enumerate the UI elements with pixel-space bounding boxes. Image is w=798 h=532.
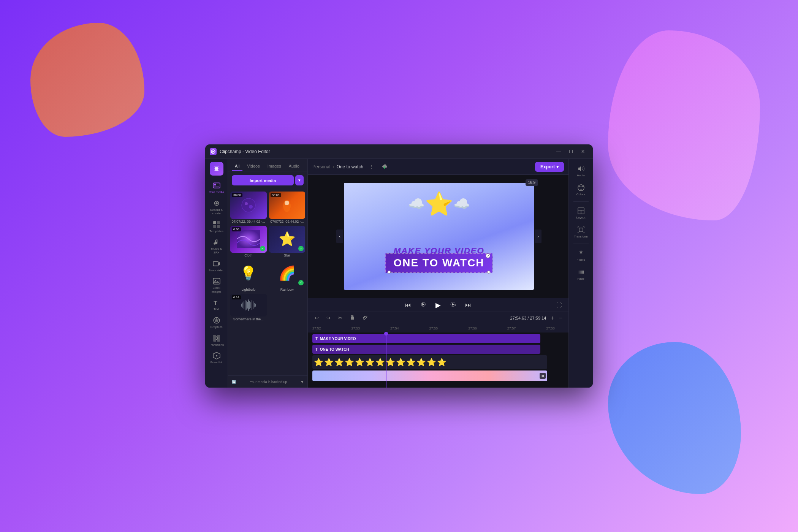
redo-timeline-button[interactable]: ↪ <box>324 314 333 321</box>
preview-video[interactable]: ☁️ ⭐ ☁️ MAKE YOUR VIDEO ONE TO WATCH <box>344 183 534 290</box>
ruler-mark-2: 27:53 <box>352 326 360 330</box>
track-make-your-video[interactable]: T MAKE YOUR VIDEO <box>312 334 540 343</box>
right-tool-transform[interactable]: Transform <box>571 223 591 241</box>
media-item-video1-label: 07/07/22, 09:44:02 -... <box>230 220 267 223</box>
aspect-ratio-badge[interactable]: 16:9 <box>526 179 538 186</box>
star-track[interactable]: ⭐ ⭐ ⭐ ⭐ ⭐ ⭐ ⭐ ⭐ ⭐ ⭐ ⭐ ⭐ ⭐ <box>312 355 547 369</box>
sidebar-item-text[interactable]: T Text <box>207 296 226 314</box>
media-thumb-lightbulb: 💡 <box>230 260 267 287</box>
media-item-cloth-check: ✓ <box>260 246 265 251</box>
cloud-sync-button[interactable] <box>379 162 390 171</box>
svg-text:5: 5 <box>454 304 456 306</box>
sidebar-item-your-media[interactable]: Your media <box>207 179 226 196</box>
fast-forward-button[interactable]: 5 <box>448 301 458 310</box>
rewind-button[interactable] <box>419 301 428 310</box>
import-media-button[interactable]: Import media <box>232 175 294 185</box>
sidebar-item-record[interactable]: Record & create <box>207 197 226 218</box>
zoom-in-button[interactable]: + <box>549 315 556 321</box>
svg-point-23 <box>245 202 248 205</box>
preview-nav-right[interactable]: › <box>535 230 542 243</box>
tab-all[interactable]: All <box>232 162 242 171</box>
sidebar-item-stock-video-label: Stock video <box>209 269 224 272</box>
wave-bar <box>250 302 251 308</box>
play-button[interactable]: ▶ <box>434 300 442 310</box>
time-total: 27:59.14 <box>530 316 546 320</box>
maximize-button[interactable]: ☐ <box>565 147 576 156</box>
sidebar-item-brand-kit[interactable]: Brand kit <box>207 350 226 367</box>
right-tool-audio[interactable]: Audio <box>571 162 591 180</box>
media-item-star[interactable]: ⭐ ✓ <box>269 226 306 253</box>
skip-back-button[interactable]: ⏮ <box>404 301 413 309</box>
sidebar-item-music-label: Music & SFX <box>209 247 225 254</box>
wave-bar <box>246 301 247 310</box>
media-item-rainbow[interactable]: 🌈 ✓ <box>269 260 306 287</box>
svg-point-22 <box>242 198 255 212</box>
ruler-mark-1: 27:52 <box>312 326 321 330</box>
media-item-audio-wrapper: 0:14 Somewhere in the... <box>230 294 267 321</box>
sidebar-item-stock-video[interactable]: Stock video <box>207 258 226 275</box>
sidebar-item-stock-images-label: Stock images <box>209 286 225 293</box>
sidebar-item-transitions[interactable]: Transitions <box>207 332 226 349</box>
undo-timeline-button[interactable]: ↩ <box>312 314 321 321</box>
gradient-track[interactable]: ⊠ <box>312 370 547 381</box>
right-tool-layout[interactable]: Layout <box>571 204 591 222</box>
svg-rect-11 <box>217 225 220 228</box>
svg-rect-39 <box>578 271 584 274</box>
right-tool-colour[interactable]: Colour <box>571 181 591 199</box>
tab-videos[interactable]: Videos <box>244 162 263 171</box>
media-item-video1[interactable]: 30:00 <box>230 192 267 219</box>
media-item-audio[interactable]: 0:14 <box>230 294 267 317</box>
more-options-button[interactable]: ⋮ <box>366 162 376 171</box>
fullscreen-button[interactable]: ⛶ <box>556 302 562 308</box>
media-item-cloth[interactable]: 0:30 ✓ <box>230 226 267 253</box>
media-item-lightbulb[interactable]: 💡 <box>230 260 267 287</box>
skip-forward-button[interactable]: ⏭ <box>464 301 473 309</box>
wave-bar <box>249 301 250 309</box>
cut-button[interactable]: ✂ <box>336 314 345 321</box>
app-window: Clipchamp - Video Editor — ☐ ✕ <box>205 144 593 388</box>
timeline-area: ↩ ↪ ✂ <box>308 312 568 388</box>
media-item-video2[interactable]: 30:00 <box>269 192 306 219</box>
export-button[interactable]: Export ▾ <box>535 162 564 172</box>
close-button[interactable]: ✕ <box>578 147 588 156</box>
star-9: ⭐ <box>396 358 405 367</box>
wave-bar <box>254 303 255 307</box>
preview-container: ☁️ ⭐ ☁️ MAKE YOUR VIDEO ONE TO WATCH <box>344 183 534 290</box>
track-one-to-watch[interactable]: T ONE TO WATCH <box>312 345 540 354</box>
tab-audio[interactable]: Audio <box>286 162 302 171</box>
svg-point-21 <box>215 355 217 356</box>
sidebar-logo <box>210 162 223 176</box>
ruler-marks: 27:52 27:53 27:54 27:55 27:56 27:57 27:5… <box>312 326 555 330</box>
svg-rect-5 <box>214 186 219 187</box>
preview-text-watch[interactable]: ONE TO WATCH <box>385 253 492 273</box>
backup-chevron[interactable]: ▾ <box>301 379 304 385</box>
star-11: ⭐ <box>416 358 426 367</box>
zoom-out-button[interactable]: − <box>557 315 564 321</box>
attach-button[interactable] <box>360 314 370 322</box>
sidebar-item-templates[interactable]: Templates <box>207 218 226 236</box>
playhead[interactable] <box>386 332 386 388</box>
sidebar-item-graphics[interactable]: Graphics <box>207 314 226 331</box>
preview-timeline-wrapper: ✓ ↩ ☁️ ⭐ ☁️ <box>308 175 568 388</box>
sidebar-item-text-label: Text <box>214 307 219 311</box>
trim-handle[interactable]: ⊠ <box>540 373 546 379</box>
preview-nav-left[interactable]: ‹ <box>336 230 343 243</box>
tab-images[interactable]: Images <box>264 162 284 171</box>
sidebar-item-stock-images[interactable]: Stock images <box>207 275 226 296</box>
svg-rect-2 <box>215 167 218 171</box>
svg-point-26 <box>285 201 289 205</box>
sidebar-item-music[interactable]: Music & SFX <box>207 236 226 256</box>
minimize-button[interactable]: — <box>553 147 564 156</box>
titlebar-controls: — ☐ ✕ <box>553 147 588 156</box>
right-tool-filters[interactable]: Filters <box>571 246 591 264</box>
star-1: ⭐ <box>314 358 323 367</box>
svg-rect-19 <box>213 335 216 342</box>
delete-button[interactable] <box>348 314 357 322</box>
right-tool-fade[interactable]: Fade <box>571 265 591 283</box>
timeline-ruler: 27:52 27:53 27:54 27:55 27:56 27:57 27:5… <box>308 324 568 332</box>
media-item-video2-label: 07/07/22, 09:44:02 -... <box>269 220 306 223</box>
bg-blob-pink <box>608 30 760 220</box>
import-dropdown-button[interactable]: ▾ <box>295 175 304 185</box>
svg-marker-18 <box>214 318 219 322</box>
titlebar-title: Clipchamp - Video Editor <box>220 149 553 154</box>
